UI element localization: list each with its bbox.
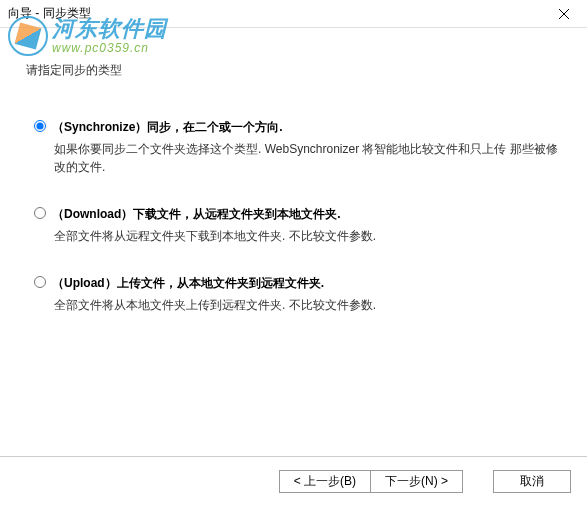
back-button[interactable]: < 上一步(B) (279, 470, 370, 493)
radio-synchronize[interactable] (34, 120, 46, 132)
wizard-content: 请指定同步的类型 （Synchronize）同步，在二个或一个方向. 如果你要同… (0, 28, 587, 456)
next-button[interactable]: 下一步(N) > (370, 470, 463, 493)
nav-button-group: < 上一步(B) 下一步(N) > (279, 470, 463, 493)
option-title: （Download）下载文件，从远程文件夹到本地文件夹. (52, 206, 341, 223)
watermark-url: www.pc0359.cn (52, 42, 167, 55)
close-icon (559, 9, 569, 19)
watermark-text: 河东软件园 www.pc0359.cn (52, 17, 167, 54)
cancel-button[interactable]: 取消 (493, 470, 571, 493)
watermark: 河东软件园 www.pc0359.cn (8, 16, 167, 56)
option-title: （Synchronize）同步，在二个或一个方向. (52, 119, 283, 136)
radio-download[interactable] (34, 207, 46, 219)
options-group: （Synchronize）同步，在二个或一个方向. 如果你要同步二个文件夹选择这… (34, 119, 559, 314)
close-button[interactable] (541, 0, 587, 28)
option-download: （Download）下载文件，从远程文件夹到本地文件夹. 全部文件将从远程文件夹… (34, 206, 559, 245)
radio-upload[interactable] (34, 276, 46, 288)
option-description: 全部文件将从本地文件夹上传到远程文件夹. 不比较文件参数. (54, 296, 559, 314)
wizard-footer: < 上一步(B) 下一步(N) > 取消 (0, 456, 587, 506)
option-title: （Upload）上传文件，从本地文件夹到远程文件夹. (52, 275, 324, 292)
instruction-text: 请指定同步的类型 (26, 62, 559, 79)
option-description: 全部文件将从远程文件夹下载到本地文件夹. 不比较文件参数. (54, 227, 559, 245)
option-synchronize: （Synchronize）同步，在二个或一个方向. 如果你要同步二个文件夹选择这… (34, 119, 559, 176)
option-description: 如果你要同步二个文件夹选择这个类型. WebSynchronizer 将智能地比… (54, 140, 559, 176)
watermark-name: 河东软件园 (52, 17, 167, 41)
watermark-logo-icon (8, 16, 48, 56)
option-upload: （Upload）上传文件，从本地文件夹到远程文件夹. 全部文件将从本地文件夹上传… (34, 275, 559, 314)
